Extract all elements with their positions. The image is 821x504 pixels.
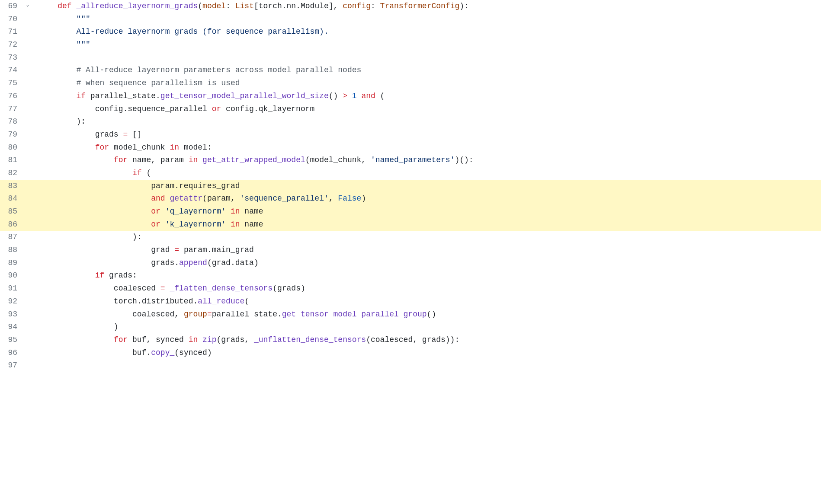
line-number[interactable]: 91 — [0, 282, 22, 295]
line-number[interactable]: 69 — [0, 0, 22, 13]
fold-gutter[interactable]: ⌄ — [22, 0, 34, 9]
token: coalesced, — [132, 310, 184, 319]
code-line[interactable]: 80 for model_chunk in model: — [0, 141, 821, 154]
line-number[interactable]: 93 — [0, 308, 22, 321]
line-number[interactable]: 90 — [0, 269, 22, 282]
code-content[interactable]: def _allreduce_layernorm_grads(model: Li… — [34, 0, 821, 13]
line-number[interactable]: 84 — [0, 192, 22, 205]
token: : — [371, 2, 380, 10]
line-number[interactable]: 92 — [0, 295, 22, 308]
code-content[interactable]: buf.copy_(synced) — [34, 347, 821, 360]
code-line[interactable]: 96 buf.copy_(synced) — [0, 347, 821, 360]
code-line[interactable]: 88 grad = param.main_grad — [0, 244, 821, 257]
code-content[interactable]: if parallel_state.get_tensor_model_paral… — [34, 90, 821, 103]
line-number[interactable]: 95 — [0, 334, 22, 347]
code-content[interactable]: or 'k_layernorm' in name — [34, 218, 821, 231]
line-number[interactable]: 77 — [0, 103, 22, 116]
code-content[interactable]: ): — [34, 115, 821, 128]
token: for — [95, 143, 109, 152]
code-line[interactable]: 81 for name, param in get_attr_wrapped_m… — [0, 154, 821, 167]
line-number[interactable]: 97 — [0, 359, 22, 372]
code-content[interactable]: All-reduce layernorm grads (for sequence… — [34, 26, 821, 38]
code-line[interactable]: 75 # when sequence parallelism is used — [0, 77, 821, 90]
token: 'named_parameters' — [371, 156, 455, 164]
line-number[interactable]: 79 — [0, 128, 22, 141]
line-number[interactable]: 87 — [0, 231, 22, 244]
code-content[interactable]: coalesced, group=parallel_state.get_tens… — [34, 308, 821, 321]
code-content[interactable]: grad = param.main_grad — [34, 244, 821, 257]
code-line[interactable]: 83 param.requires_grad — [0, 180, 821, 193]
code-line[interactable]: 78 ): — [0, 115, 821, 128]
token: ( — [375, 92, 385, 100]
line-number[interactable]: 72 — [0, 38, 22, 51]
token: or — [212, 105, 221, 113]
line-number[interactable]: 94 — [0, 321, 22, 334]
code-content[interactable]: """ — [34, 13, 821, 26]
code-content[interactable]: ) — [34, 321, 821, 334]
code-content[interactable]: torch.distributed.all_reduce( — [34, 295, 821, 308]
code-content[interactable]: ): — [34, 231, 821, 244]
code-content[interactable]: # when sequence parallelism is used — [34, 77, 821, 90]
code-line[interactable]: 82 if ( — [0, 167, 821, 180]
code-content[interactable]: for buf, synced in zip(grads, _unflatten… — [34, 334, 821, 347]
code-content[interactable]: param.requires_grad — [34, 180, 821, 193]
code-line[interactable]: 87 ): — [0, 231, 821, 244]
line-number[interactable]: 75 — [0, 77, 22, 90]
code-line[interactable]: 86 or 'k_layernorm' in name — [0, 218, 821, 231]
line-number[interactable]: 70 — [0, 13, 22, 26]
code-content[interactable]: grads = [] — [34, 128, 821, 141]
line-number[interactable]: 88 — [0, 244, 22, 257]
code-content[interactable]: for name, param in get_attr_wrapped_mode… — [34, 154, 821, 167]
code-content[interactable]: """ — [34, 38, 821, 51]
code-content[interactable]: config.sequence_parallel or config.qk_la… — [34, 103, 821, 116]
code-line[interactable]: 95 for buf, synced in zip(grads, _unflat… — [0, 334, 821, 347]
code-content[interactable]: and getattr(param, 'sequence_parallel', … — [34, 192, 821, 205]
code-line[interactable]: 85 or 'q_layernorm' in name — [0, 205, 821, 218]
line-number[interactable]: 74 — [0, 64, 22, 77]
token — [198, 156, 202, 164]
line-number[interactable]: 83 — [0, 180, 22, 193]
code-line[interactable]: 73 — [0, 51, 821, 64]
code-line[interactable]: 84 and getattr(param, 'sequence_parallel… — [0, 192, 821, 205]
line-number[interactable]: 76 — [0, 90, 22, 103]
code-line[interactable]: 89 grads.append(grad.data) — [0, 257, 821, 270]
token: or — [151, 207, 160, 216]
code-line[interactable]: 97 — [0, 359, 821, 372]
code-content[interactable]: if ( — [34, 167, 821, 180]
line-number[interactable]: 82 — [0, 167, 22, 180]
code-line[interactable]: 74 # All-reduce layernorm parameters acr… — [0, 64, 821, 77]
line-number[interactable]: 86 — [0, 218, 22, 231]
code-content[interactable]: if grads: — [34, 269, 821, 282]
code-content[interactable]: grads.append(grad.data) — [34, 257, 821, 270]
code-content[interactable]: or 'q_layernorm' in name — [34, 205, 821, 218]
code-line[interactable]: 76 if parallel_state.get_tensor_model_pa… — [0, 90, 821, 103]
code-line[interactable]: 72 """ — [0, 38, 821, 51]
token: coalesced — [114, 284, 160, 293]
line-number[interactable]: 80 — [0, 141, 22, 154]
line-number[interactable]: 71 — [0, 26, 22, 38]
code-line[interactable]: 91 coalesced = _flatten_dense_tensors(gr… — [0, 282, 821, 295]
line-number[interactable]: 96 — [0, 347, 22, 360]
line-number[interactable]: 73 — [0, 51, 22, 64]
code-line[interactable]: 70 """ — [0, 13, 821, 26]
code-line[interactable]: 79 grads = [] — [0, 128, 821, 141]
code-content[interactable]: coalesced = _flatten_dense_tensors(grads… — [34, 282, 821, 295]
code-line[interactable]: 90 if grads: — [0, 269, 821, 282]
code-line[interactable]: 92 torch.distributed.all_reduce( — [0, 295, 821, 308]
token: append — [179, 258, 207, 267]
code-content[interactable]: for model_chunk in model: — [34, 141, 821, 154]
line-number[interactable]: 89 — [0, 257, 22, 270]
code-line[interactable]: 94 ) — [0, 321, 821, 334]
code-line[interactable]: 93 coalesced, group=parallel_state.get_t… — [0, 308, 821, 321]
token: = — [174, 246, 179, 254]
token: in — [189, 156, 198, 164]
line-number[interactable]: 81 — [0, 154, 22, 167]
line-number[interactable]: 78 — [0, 115, 22, 128]
code-line[interactable]: 69⌄ def _allreduce_layernorm_grads(model… — [0, 0, 821, 13]
token: (coalesced, grads)): — [366, 335, 459, 344]
code-content[interactable]: # All-reduce layernorm parameters across… — [34, 64, 821, 77]
code-line[interactable]: 77 config.sequence_parallel or config.qk… — [0, 103, 821, 116]
line-number[interactable]: 85 — [0, 205, 22, 218]
chevron-down-icon[interactable]: ⌄ — [26, 0, 29, 9]
code-line[interactable]: 71 All-reduce layernorm grads (for seque… — [0, 26, 821, 38]
